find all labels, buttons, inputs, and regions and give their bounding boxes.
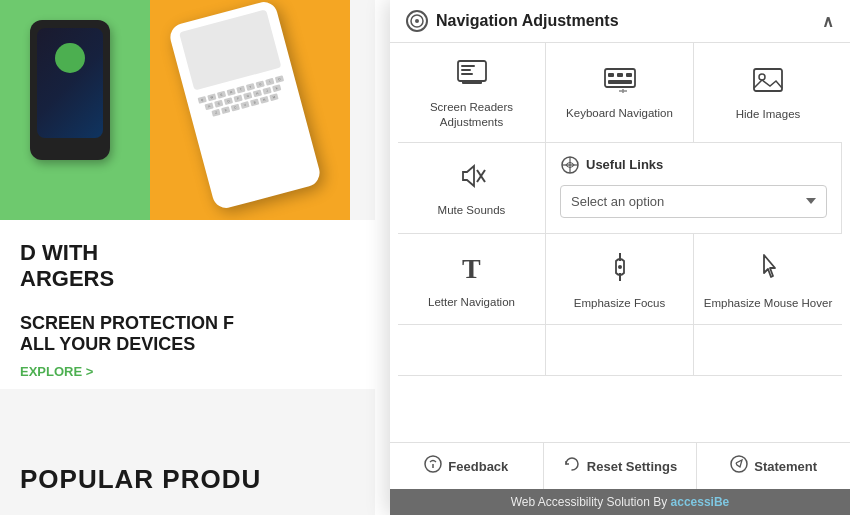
yellow-section: QWE RTY UIO ASD FGH JK ZXC VBN M: [150, 0, 350, 220]
useful-links-title: Useful Links: [586, 157, 663, 172]
screen-protection-title: SCREEN PROTECTION F ALL YOUR DEVICES: [20, 313, 355, 356]
footer-buttons: Feedback Reset Settings: [390, 443, 850, 489]
explore-link[interactable]: EXPLORE >: [20, 364, 355, 379]
statement-icon: [730, 455, 748, 477]
screen-readers-item[interactable]: Screen Readers Adjustments: [398, 43, 546, 142]
svg-rect-10: [626, 73, 632, 77]
nav-adjustments-icon: [406, 10, 428, 32]
accessibe-link[interactable]: accessiBe: [671, 495, 730, 509]
letter-nav-item[interactable]: T Letter Navigation: [398, 234, 546, 324]
svg-rect-5: [461, 69, 471, 71]
svg-rect-4: [461, 65, 475, 67]
phone-app-icon: [55, 43, 85, 73]
feedback-icon: [424, 455, 442, 477]
hide-images-icon: [752, 66, 784, 99]
keyboard-nav-icon: [603, 67, 637, 98]
svg-point-24: [618, 265, 622, 269]
grid-row-3: T Letter Navigation Emphasize Focus: [398, 234, 842, 325]
hide-images-label: Hide Images: [736, 107, 801, 122]
grid-row-1: Screen Readers Adjustments Keyboard Navi…: [398, 43, 842, 143]
accessibility-bar: Web Accessibility Solution By accessiBe: [390, 489, 850, 515]
reset-button[interactable]: Reset Settings: [544, 443, 698, 489]
emphasize-focus-icon: [606, 251, 634, 288]
grid-row4-item2[interactable]: [546, 325, 694, 375]
navigation-panel: Navigation Adjustments ∧ Screen Readers …: [390, 0, 850, 515]
useful-links-icon: [560, 155, 580, 175]
svg-rect-14: [754, 69, 782, 91]
grid-row4-item1[interactable]: [398, 325, 546, 375]
hide-images-item[interactable]: Hide Images: [694, 43, 842, 142]
svg-point-27: [731, 456, 747, 472]
phone-device: [30, 20, 110, 160]
popular-section-title: POPULAR PRODU: [20, 464, 261, 495]
svg-rect-8: [608, 73, 614, 77]
svg-rect-3: [462, 81, 482, 84]
keyboard-phone: QWE RTY UIO ASD FGH JK ZXC VBN M: [167, 0, 322, 211]
svg-rect-6: [461, 73, 473, 75]
mute-sounds-icon: [457, 162, 487, 195]
screen-readers-icon: [456, 59, 488, 92]
screen-protection-section: SCREEN PROTECTION F ALL YOUR DEVICES EXP…: [0, 313, 375, 389]
feedback-button[interactable]: Feedback: [390, 443, 544, 489]
mute-sounds-label: Mute Sounds: [438, 203, 506, 218]
emphasize-hover-icon: [754, 251, 782, 288]
useful-links-select[interactable]: Select an option Sitemap Skip to content…: [560, 185, 827, 218]
svg-point-1: [415, 19, 419, 23]
svg-rect-7: [605, 69, 635, 87]
letter-nav-icon: T: [458, 252, 486, 287]
useful-links-header: Useful Links: [560, 155, 827, 175]
useful-links-container: Useful Links Select an option Sitemap Sk…: [546, 143, 842, 233]
emphasize-focus-item[interactable]: Emphasize Focus: [546, 234, 694, 324]
green-section: [0, 0, 150, 220]
reset-label: Reset Settings: [587, 459, 677, 474]
reset-icon: [563, 455, 581, 477]
background-content: QWE RTY UIO ASD FGH JK ZXC VBN M: [0, 0, 375, 515]
emphasize-hover-item[interactable]: Emphasize Mouse Hover: [694, 234, 842, 324]
bg-title: D WITH ARGERS: [20, 240, 355, 293]
grid-row4-item3[interactable]: [694, 325, 842, 375]
keyboard-nav-label: Keyboard Navigation: [566, 106, 673, 121]
panel-footer: Feedback Reset Settings: [390, 442, 850, 515]
accessibility-text: Web Accessibility Solution By: [511, 495, 671, 509]
feedback-label: Feedback: [448, 459, 508, 474]
emphasize-hover-label: Emphasize Mouse Hover: [704, 296, 832, 311]
bg-text-section: D WITH ARGERS: [0, 220, 375, 313]
keyboard-nav-item[interactable]: Keyboard Navigation: [546, 43, 694, 142]
grid-row-4: [398, 325, 842, 376]
statement-button[interactable]: Statement: [697, 443, 850, 489]
letter-nav-label: Letter Navigation: [428, 295, 515, 310]
grid-row-2: Mute Sounds Useful Links Select an optio…: [398, 143, 842, 234]
bg-top-section: QWE RTY UIO ASD FGH JK ZXC VBN M: [0, 0, 375, 220]
phone-screen: [37, 28, 103, 138]
svg-rect-9: [617, 73, 623, 77]
panel-content: Screen Readers Adjustments Keyboard Navi…: [390, 43, 850, 442]
panel-title: Navigation Adjustments: [436, 12, 619, 30]
emphasize-focus-label: Emphasize Focus: [574, 296, 665, 311]
screen-readers-label: Screen Readers Adjustments: [406, 100, 537, 130]
svg-text:T: T: [462, 253, 481, 282]
panel-header: Navigation Adjustments ∧: [390, 0, 850, 43]
collapse-button[interactable]: ∧: [822, 12, 834, 31]
panel-header-left: Navigation Adjustments: [406, 10, 619, 32]
svg-rect-11: [608, 80, 632, 84]
mute-sounds-item[interactable]: Mute Sounds: [398, 143, 546, 233]
statement-label: Statement: [754, 459, 817, 474]
